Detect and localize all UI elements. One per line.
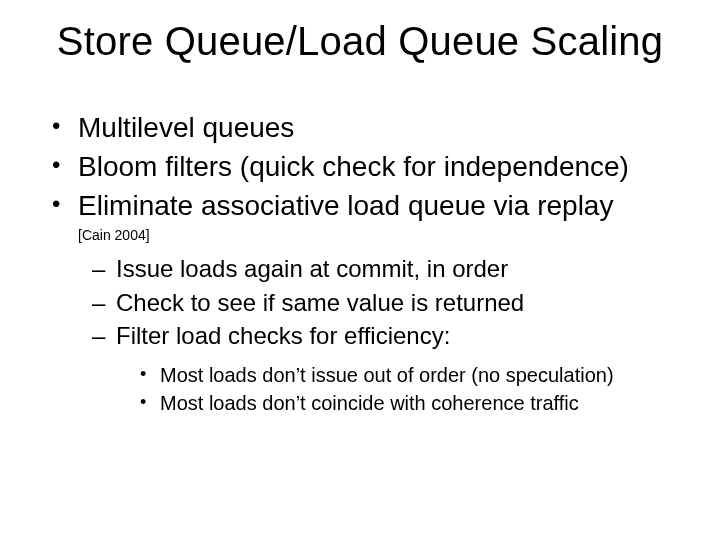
slide-title: Store Queue/Load Queue Scaling [40,18,680,64]
bullet-item: Eliminate associative load queue via rep… [52,188,680,223]
sub-bullet-item: Issue loads again at commit, in order [92,253,680,285]
sub-bullet-list: Issue loads again at commit, in order Ch… [40,253,680,352]
slide: Store Queue/Load Queue Scaling Multileve… [0,0,720,540]
sub2-bullet-item: Most loads don’t coincide with coherence… [140,390,680,416]
sub2-bullet-item: Most loads don’t issue out of order (no … [140,362,680,388]
sub-bullet-item: Check to see if same value is returned [92,287,680,319]
bullet-item: Bloom filters (quick check for independe… [52,149,680,184]
bullet-list: Multilevel queues Bloom filters (quick c… [40,110,680,223]
sub2-bullet-list: Most loads don’t issue out of order (no … [40,362,680,417]
bullet-item: Multilevel queues [52,110,680,145]
citation: [Cain 2004] [78,227,680,243]
sub-bullet-item: Filter load checks for efficiency: [92,320,680,352]
